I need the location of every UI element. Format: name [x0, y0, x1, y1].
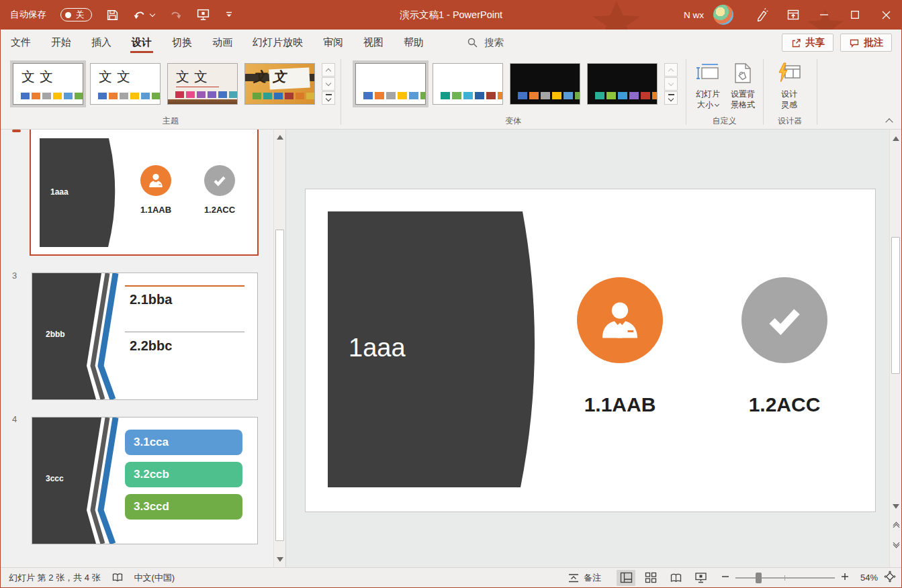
tab-transitions[interactable]: 切换: [162, 30, 202, 55]
language-indicator[interactable]: 中文(中国): [134, 572, 175, 584]
save-icon[interactable]: [106, 9, 119, 21]
tab-design[interactable]: 设计: [122, 30, 162, 55]
notes-button[interactable]: 备注: [568, 572, 601, 584]
variants-scroll-buttons: [664, 63, 678, 105]
zoom-out-button[interactable]: [721, 573, 729, 583]
dropdown-chevron-icon: [715, 102, 719, 107]
tab-help[interactable]: 帮助: [394, 30, 434, 55]
tab-home[interactable]: 开始: [41, 30, 81, 55]
tab-slideshow[interactable]: 幻灯片放映: [242, 30, 313, 55]
color-swatch: [375, 92, 384, 99]
close-button[interactable]: [870, 0, 901, 30]
undo-icon[interactable]: [133, 9, 154, 21]
slide-thumbnail-4[interactable]: 3ccc 3.1cca 3.2ccb 3.3ccd: [32, 417, 258, 544]
maximize-button[interactable]: [840, 0, 870, 30]
previous-slide-button[interactable]: [892, 523, 900, 527]
slides-panel-scrollbar[interactable]: [273, 130, 285, 567]
slide-canvas[interactable]: 1aaa 1.1AAB 1.2ACC: [305, 189, 876, 512]
format-background-button[interactable]: 设置背 景格式: [725, 60, 760, 124]
shape-text: 3ccc: [46, 474, 64, 483]
variant-thumbnail-2[interactable]: [433, 63, 503, 105]
theme-thumbnail-3[interactable]: 文文: [167, 63, 238, 105]
spellcheck-icon[interactable]: [111, 572, 124, 583]
theme-thumbnail-2[interactable]: 文文: [90, 63, 161, 105]
variant-thumbnail-1[interactable]: [355, 63, 426, 105]
tab-animations[interactable]: 动画: [202, 30, 242, 55]
slide-sorter-view-button[interactable]: [641, 570, 660, 586]
design-ideas-button[interactable]: 设计 灵感: [772, 60, 807, 124]
themes-scroll-down-button[interactable]: [322, 77, 335, 91]
share-button[interactable]: 共享: [782, 34, 833, 52]
row-text: 2.2bbc: [130, 338, 172, 354]
slideshow-view-button[interactable]: [691, 570, 710, 586]
tab-file[interactable]: 文件: [1, 30, 41, 55]
variant-swatches: [595, 92, 658, 99]
person-icon: [595, 295, 645, 345]
color-swatch: [152, 93, 161, 99]
color-swatch: [253, 93, 261, 99]
zoom-slider-knob[interactable]: [756, 573, 762, 583]
avatar[interactable]: [713, 5, 733, 25]
tab-insert[interactable]: 插入: [81, 30, 122, 55]
check-badge[interactable]: [741, 277, 827, 363]
item-caption[interactable]: 1.2ACC: [711, 393, 858, 416]
scroll-up-arrow[interactable]: [276, 135, 284, 140]
slide-thumbnail-2[interactable]: 1aaa 1.1AAB 1.2ACC: [30, 130, 259, 256]
slideshow-icon: [694, 572, 707, 583]
scrollbar-thumb[interactable]: [275, 230, 284, 541]
search-box[interactable]: 搜索: [467, 30, 504, 55]
variants-more-button[interactable]: [664, 91, 678, 105]
variants-scroll-up-button[interactable]: [664, 63, 678, 77]
minimize-button[interactable]: [809, 0, 840, 30]
quick-access-toolbar-chevron-icon[interactable]: [224, 11, 234, 19]
undo-dropdown-chevron-icon[interactable]: [149, 11, 154, 16]
autosave-toggle[interactable]: 关: [60, 8, 92, 21]
person-badge[interactable]: [577, 277, 663, 363]
zoom-slider[interactable]: [735, 577, 835, 579]
search-label: 搜索: [484, 36, 504, 49]
comments-button[interactable]: 批注: [840, 34, 892, 52]
next-slide-button[interactable]: [892, 543, 900, 547]
zoom-level[interactable]: 54%: [855, 573, 878, 583]
slide-counter[interactable]: 幻灯片 第 2 张，共 4 张: [9, 572, 101, 584]
themes-scroll-up-button[interactable]: [322, 63, 335, 77]
variant-thumbnail-4[interactable]: [587, 63, 658, 105]
tab-review[interactable]: 审阅: [313, 30, 353, 55]
collapse-ribbon-icon[interactable]: [885, 118, 893, 126]
scroll-down-arrow[interactable]: [892, 504, 900, 509]
zoom-in-button[interactable]: [841, 573, 849, 583]
theme-thumbnail-1[interactable]: 文文: [13, 63, 83, 105]
ribbon-display-options-icon[interactable]: [778, 0, 809, 30]
item-caption[interactable]: 1.1AAB: [546, 393, 694, 416]
theme-sample-text: 文文: [176, 68, 219, 87]
color-swatch: [441, 92, 450, 99]
color-swatch: [652, 92, 658, 99]
fit-to-window-button[interactable]: [884, 571, 896, 585]
scroll-down-arrow[interactable]: [276, 557, 284, 562]
color-swatch: [618, 92, 627, 99]
normal-view-button[interactable]: [617, 570, 635, 586]
comment-icon: [849, 38, 860, 48]
redo-icon[interactable]: [169, 9, 182, 21]
user-name[interactable]: N wx: [684, 10, 704, 20]
tab-view[interactable]: 视图: [353, 30, 394, 55]
themes-more-button[interactable]: [322, 91, 335, 105]
variants-scroll-down-button[interactable]: [664, 77, 678, 91]
slide-size-button[interactable]: 幻灯片 大小: [690, 60, 725, 124]
main-scrollbar[interactable]: [889, 130, 901, 567]
start-slideshow-icon[interactable]: [196, 8, 210, 21]
color-swatch: [130, 93, 139, 99]
scroll-up-arrow[interactable]: [892, 136, 900, 141]
ink-pen-icon[interactable]: [747, 0, 778, 30]
slide-thumbnail-3[interactable]: 2bbb 2.1bba 2.2bbc: [32, 273, 258, 400]
theme-thumbnail-4[interactable]: 文文: [244, 63, 315, 105]
color-swatch: [197, 91, 206, 98]
color-swatch: [629, 92, 639, 99]
variant-thumbnail-3[interactable]: [510, 63, 580, 105]
color-swatch: [452, 92, 461, 99]
color-swatch: [475, 92, 484, 99]
scrollbar-thumb[interactable]: [891, 237, 900, 374]
reading-view-button[interactable]: [666, 570, 685, 586]
shape-text[interactable]: 1aaa: [349, 334, 406, 362]
slide-size-label-line1: 幻灯片: [696, 89, 720, 99]
